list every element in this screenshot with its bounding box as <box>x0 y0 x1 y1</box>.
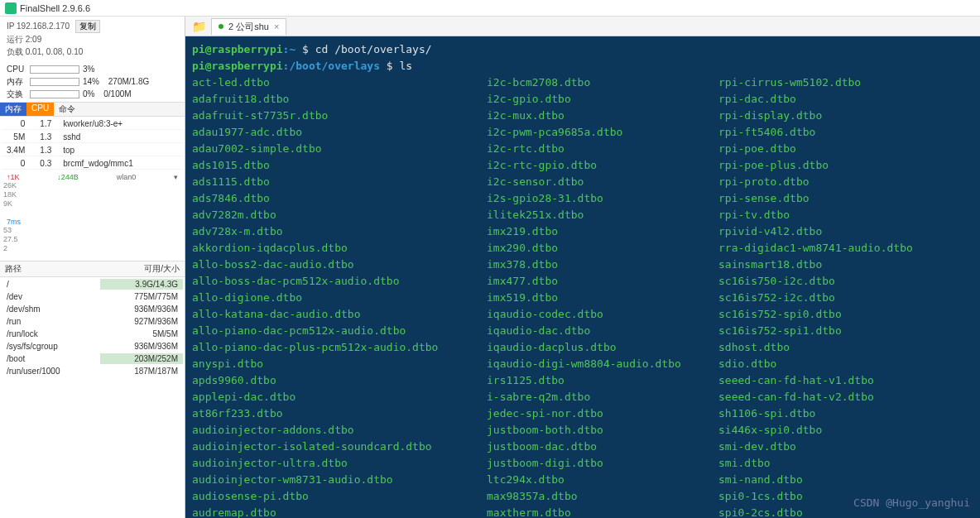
file-entry: si446x-spi0.dtbo <box>718 422 973 439</box>
file-entry: i2c-bcm2708.dtbo <box>487 74 718 91</box>
file-entry: rpi-poe.dtbo <box>718 141 973 157</box>
file-entry: i2c-rtc-gpio.dtbo <box>487 157 718 174</box>
tabbar: 📁 2 公司shu × <box>185 17 980 36</box>
file-entry: adv728x-m.dtbo <box>192 223 487 240</box>
file-entry: maxtherm.dtbo <box>487 505 718 518</box>
file-entry: justboom-digi.dtbo <box>487 455 718 472</box>
file-entry: act-led.dtbo <box>192 74 487 91</box>
file-entry: adafruit-st7735r.dtbo <box>192 108 487 124</box>
file-entry: rpi-proto.dtbo <box>718 174 973 190</box>
file-entry: akkordion-iqdacplus.dtbo <box>192 240 487 257</box>
file-entry: justboom-both.dtbo <box>487 422 718 439</box>
cpu-value: 3% <box>83 65 94 74</box>
copy-button[interactable]: 复制 <box>75 20 100 33</box>
terminal-tab[interactable]: 2 公司shu × <box>211 18 286 35</box>
mem-text: 270M/1.8G <box>108 77 149 86</box>
file-entry: allo-katana-dac-audio.dtbo <box>192 306 487 323</box>
file-entry: ads7846.dtbo <box>192 190 487 207</box>
file-entry: ads1015.dtbo <box>192 157 487 174</box>
proc-table: 01.7kworker/u8:3-e+5M1.3sshd3.4M1.3top00… <box>0 117 185 171</box>
status-dot <box>219 24 223 29</box>
fs-row[interactable]: /run/user/1000187M/187M <box>2 366 183 377</box>
file-entry: sh1106-spi.dtbo <box>718 405 973 422</box>
file-entry: audioinjector-ultra.dtbo <box>192 455 487 472</box>
file-entry: adau7002-simple.dtbo <box>192 141 487 157</box>
file-entry: i2c-mux.dtbo <box>487 108 718 124</box>
file-entry: justboom-dac.dtbo <box>487 439 718 455</box>
ip-text: IP 192.168.2.170 <box>7 22 70 31</box>
file-entry: ads1115.dtbo <box>192 174 487 190</box>
file-entry: audioinjector-addons.dtbo <box>192 422 487 439</box>
file-entry: rpi-ft5406.dtbo <box>718 124 973 141</box>
file-entry: i2c-sensor.dtbo <box>487 174 718 190</box>
file-entry: sc16is752-i2c.dtbo <box>718 290 973 306</box>
file-entry: allo-piano-dac-plus-pcm512x-audio.dtbo <box>192 339 487 356</box>
fs-row[interactable]: /3.9G/14.3G <box>2 279 183 290</box>
file-entry: adafruit18.dtbo <box>192 91 487 108</box>
mem-label: 内存 <box>7 76 26 88</box>
file-entry: smi-dev.dtbo <box>718 439 973 455</box>
file-entry: i2s-gpio28-31.dtbo <box>487 190 718 207</box>
file-entry: rpi-cirrus-wm5102.dtbo <box>718 74 973 91</box>
file-entry: irs1125.dtbo <box>487 372 718 389</box>
file-entry: audiosense-pi.dtbo <box>192 488 487 505</box>
file-entry: imx378.dtbo <box>487 257 718 273</box>
proc-h-mem[interactable]: 内存 <box>0 103 26 116</box>
proc-header: 内存 CPU 命令 <box>0 102 185 117</box>
file-entry: rpivid-v4l2.dtbo <box>718 223 973 240</box>
file-entry: apds9960.dtbo <box>192 372 487 389</box>
file-entry: max98357a.dtbo <box>487 488 718 505</box>
terminal[interactable]: pi@raspberrypi:~ $ cd /boot/overlays/ pi… <box>185 36 980 518</box>
fs-row[interactable]: /run927M/936M <box>2 316 183 327</box>
proc-row[interactable]: 5M1.3sshd <box>2 132 183 143</box>
file-entry: iqaudio-codec.dtbo <box>487 306 718 323</box>
file-entry: rpi-dac.dtbo <box>718 91 973 108</box>
file-entry: jedec-spi-nor.dtbo <box>487 405 718 422</box>
proc-row[interactable]: 01.7kworker/u8:3-e+ <box>2 118 183 130</box>
file-entry: rpi-tv.dtbo <box>718 207 973 223</box>
proc-h-cpu[interactable]: CPU <box>26 103 54 116</box>
file-entry: allo-digione.dtbo <box>192 290 487 306</box>
file-entry: iqaudio-dacplus.dtbo <box>487 339 718 356</box>
fs-row[interactable]: /run/lock5M/5M <box>2 329 183 339</box>
fs-row[interactable]: /dev/shm936M/936M <box>2 304 183 314</box>
file-entry: rpi-poe-plus.dtbo <box>718 157 973 174</box>
file-entry: imx477.dtbo <box>487 273 718 290</box>
proc-row[interactable]: 00.3brcmf_wdog/mmc1 <box>2 158 183 170</box>
file-entry: i2c-pwm-pca9685a.dtbo <box>487 124 718 141</box>
fs-row[interactable]: /boot203M/252M <box>2 353 183 364</box>
file-entry: seeed-can-fd-hat-v1.dtbo <box>718 372 973 389</box>
file-entry: iqaudio-digi-wm8804-audio.dtbo <box>487 356 718 372</box>
file-entry: audioinjector-isolated-soundcard.dtbo <box>192 439 487 455</box>
file-entry: i2c-gpio.dtbo <box>487 91 718 108</box>
file-entry: sdio.dtbo <box>718 356 973 372</box>
file-entry: ltc294x.dtbo <box>487 472 718 488</box>
fs-row[interactable]: /dev775M/775M <box>2 291 183 302</box>
file-entry: sc16is752-spi0.dtbo <box>718 306 973 323</box>
swap-label: 交换 <box>7 89 26 100</box>
file-entry: at86rf233.dtbo <box>192 405 487 422</box>
file-entry: sdhost.dtbo <box>718 339 973 356</box>
file-entry: ilitek251x.dtbo <box>487 207 718 223</box>
load-text: 负载 0.01, 0.08, 0.10 <box>7 46 178 58</box>
mem-pct: 14% <box>83 77 99 86</box>
file-entry: audioinjector-wm8731-audio.dtbo <box>192 472 487 488</box>
folder-icon[interactable]: 📁 <box>189 20 209 33</box>
file-entry: rra-digidac1-wm8741-audio.dtbo <box>718 240 973 257</box>
swap-text: 0/100M <box>103 89 131 98</box>
proc-h-cmd[interactable]: 命令 <box>54 103 80 116</box>
proc-row[interactable]: 3.4M1.3top <box>2 145 183 156</box>
file-entry: sainsmart18.dtbo <box>718 257 973 273</box>
swap-pct: 0% <box>83 89 94 98</box>
file-entry: sc16is750-i2c.dtbo <box>718 273 973 290</box>
fs-row[interactable]: /sys/fs/cgroup936M/936M <box>2 341 183 352</box>
close-icon[interactable]: × <box>274 22 279 31</box>
host-info: IP 192.168.2.170 复制 运行 2:09 负载 0.01, 0.0… <box>0 17 185 61</box>
file-entry: imx290.dtbo <box>487 240 718 257</box>
titlebar: FinalShell 2.9.6.6 <box>0 0 980 17</box>
file-entry: smi-nand.dtbo <box>718 472 973 488</box>
dropdown-icon[interactable]: ▾ <box>174 173 178 181</box>
sidebar: IP 192.168.2.170 复制 运行 2:09 负载 0.01, 0.0… <box>0 17 185 518</box>
net-chart: ↑1K↓244Bwlan0▾ 26K18K9K <box>0 171 185 216</box>
ls-output: act-led.dtboadafruit18.dtboadafruit-st77… <box>192 74 973 518</box>
